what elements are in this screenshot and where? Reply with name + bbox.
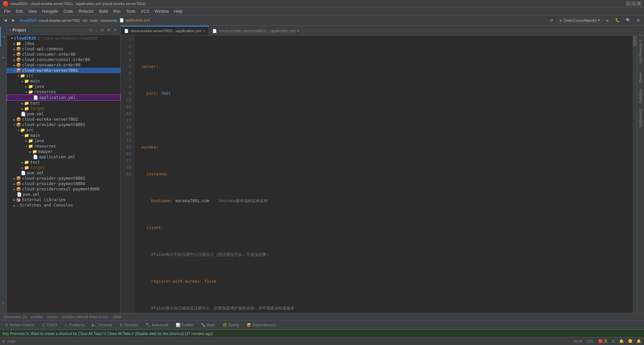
sidebar-project-tab[interactable]: P: [0, 27, 7, 47]
menu-refactor[interactable]: Refactor: [76, 8, 96, 14]
tree-root[interactable]: ▾ cloud2020 E:\idea-workspace\cloud2020: [7, 36, 120, 41]
menu-help[interactable]: Help: [171, 8, 185, 14]
settings-button[interactable]: ⚙: [635, 16, 642, 24]
bottom-tab-todo[interactable]: ☑ TODO: [38, 322, 60, 328]
title-bar-controls[interactable]: ─ □ ✕: [626, 1, 641, 6]
menu-run[interactable]: Run: [111, 8, 123, 14]
tree-item-test-8001[interactable]: ▶ 📁 test: [7, 160, 120, 165]
breadcrumb-main[interactable]: main: [90, 18, 98, 22]
back-button[interactable]: ◀: [2, 16, 9, 24]
tree-item-provider-payment8002[interactable]: ▶ 📦 cloud-provider-payment8002: [7, 176, 120, 181]
debug-button[interactable]: 🐛: [613, 16, 622, 24]
tree-item-pom-7001[interactable]: 📄 pom.xml: [7, 111, 120, 117]
menu-build[interactable]: Build: [96, 8, 111, 14]
breadcrumb-file[interactable]: 📄 application.yml: [119, 18, 150, 22]
bottom-tab-spring[interactable]: 🌿 Spring: [219, 322, 243, 328]
update-button[interactable]: ⟳: [548, 16, 555, 24]
profiler-label: Profiler: [182, 323, 194, 327]
editor-tab-appyml-8001[interactable]: 📄 cloud-provider-payment8001\...\applica…: [209, 26, 303, 35]
tree-item-src-8001[interactable]: ▾ 📁 src: [7, 127, 120, 133]
tree-item-target-7001[interactable]: ▶ 📁 target: [7, 106, 120, 111]
tree-item-pom-root[interactable]: 📄 pom.xml: [7, 192, 120, 197]
sidebar-structure-tab[interactable]: S: [0, 293, 7, 313]
minimize-button[interactable]: ─: [626, 1, 631, 6]
tree-item-java-7001[interactable]: ▶ 📁 java: [7, 84, 120, 89]
bottom-tab-version-control[interactable]: ⑆ Version Control: [2, 322, 38, 328]
menu-view[interactable]: View: [25, 8, 40, 14]
line-col-indicator[interactable]: 20:40: [573, 339, 583, 343]
bottom-tab-build[interactable]: 🔧 Build: [198, 322, 218, 328]
tab-more-button[interactable]: ⋮: [636, 31, 644, 35]
scrollbar[interactable]: [633, 36, 637, 313]
menu-edit[interactable]: Edit: [13, 8, 25, 14]
code-area[interactable]: server: port: 7001 eureka: instance: hos…: [139, 36, 633, 313]
project-collapse-button[interactable]: ⊟: [100, 27, 105, 33]
bottom-tab-problems[interactable]: ⚠ Problems: [61, 322, 88, 328]
right-sidebar-maven[interactable]: Maven: [637, 70, 644, 85]
tree-item-providerconsul-payment8006[interactable]: ▶ 📦 cloud-providerconsul-payment8006: [7, 186, 120, 192]
tree-item-src-7001[interactable]: ▾ 📁 src: [7, 73, 120, 78]
tree-item-appyml-7001[interactable]: 📄 application.yml: [7, 95, 120, 101]
bottom-tab-dependencies[interactable]: 📦 Dependencies: [243, 322, 279, 328]
close-button[interactable]: ✕: [637, 1, 641, 6]
breadcrumb-module[interactable]: cloud-eureka-server7001: [39, 18, 80, 22]
editor-tab-appyml-7001[interactable]: 📄 cloud-eureka-server7001\...\applicatio…: [121, 26, 209, 35]
sidebar-bookmark-tab[interactable]: B: [0, 48, 7, 68]
tree-item-appyml-8001[interactable]: 📄 application.yml: [7, 154, 120, 160]
forward-button[interactable]: ▶: [10, 16, 17, 24]
menu-file[interactable]: File: [1, 8, 13, 14]
tree-item-provider-payment8001[interactable]: ▾ 📦 cloud-provider-payment8001: [7, 122, 120, 127]
right-sidebar-database[interactable]: Database: [637, 86, 644, 106]
tree-item-main-7001[interactable]: ▾ 📁 main: [7, 78, 120, 84]
right-sidebar-key-promoter[interactable]: Key Promoter X: [637, 37, 644, 66]
breadcrumb-root[interactable]: cloud2020: [19, 18, 37, 22]
bottom-tab-auto-build[interactable]: 🔨 Auto-build: [142, 322, 172, 328]
tree-item-pom-8001[interactable]: 📄 pom.xml: [7, 170, 120, 176]
maximize-button[interactable]: □: [631, 1, 636, 6]
vcs-status[interactable]: main: [8, 339, 16, 343]
project-close-button[interactable]: ✕: [113, 27, 118, 33]
tree-item-target-8001[interactable]: ▶ 📁 target: [7, 165, 120, 170]
tree-item-resources-7001[interactable]: ▾ 📁 resources: [7, 89, 120, 95]
run-config-selector[interactable]: ▶ OrderConsulMain80 ▾: [557, 17, 602, 23]
tree-item-mapper-8001[interactable]: ▶ 📁 mapper: [7, 149, 120, 154]
tree-item-consumerconsul-order80[interactable]: ▶ 📦 cloud-consumerconsul-order80: [7, 57, 120, 62]
project-scope-button[interactable]: ⊙: [88, 27, 93, 33]
tree-item-ext-libs[interactable]: ▶ 📚 External Libraries: [7, 197, 120, 203]
notification-icon[interactable]: 🔔: [637, 339, 641, 343]
tree-item-scratches[interactable]: ▶ ✏️ Scratches and Consoles: [7, 203, 120, 208]
indent-indicator[interactable]: 汉: [611, 339, 615, 344]
tree-item-idea[interactable]: ▶ 📁 .idea: [7, 41, 120, 46]
right-sidebar-notifications[interactable]: Notifications: [637, 106, 644, 130]
menu-vcs[interactable]: VCS: [138, 8, 152, 14]
tree-item-main-8001[interactable]: ▾ 📁 main: [7, 133, 120, 138]
tree-item-test-7001[interactable]: ▶ 📁 test: [7, 101, 120, 106]
tree-item-resources-8001[interactable]: ▾ 📁 resources: [7, 143, 120, 149]
project-settings-button[interactable]: ⚙: [106, 27, 111, 33]
line-separator-indicator[interactable]: CRL: [587, 339, 594, 343]
tree-item-java-8001[interactable]: ▶ 📁 java: [7, 138, 120, 143]
bottom-tab-terminal[interactable]: ▶_ Terminal: [89, 322, 115, 328]
tree-item-eureka-server7002[interactable]: ▶ 📦 cloud-eureka-server7002: [7, 117, 120, 122]
tree-item-eureka-server7001[interactable]: ▾ 📦 cloud-eureka-server7001: [7, 68, 120, 73]
tab-close-2[interactable]: ✕: [297, 29, 300, 33]
tab-close-1[interactable]: ✕: [203, 29, 205, 33]
status-bc-doc: Document 1/1: [4, 315, 27, 319]
tree-item-consumerzk-order80[interactable]: ▶ 📦 cloud-consumerzk-order80: [7, 62, 120, 68]
spring-icon: 🌿: [222, 323, 227, 327]
menu-code[interactable]: Code: [61, 8, 76, 14]
menu-window[interactable]: Window: [152, 8, 172, 14]
encoding-indicator[interactable]: 🔴 英: [598, 339, 607, 344]
bottom-tab-profiler[interactable]: 📊 Profiler: [172, 322, 197, 328]
project-sort-button[interactable]: ↕: [95, 27, 99, 33]
tree-item-provider-payment8004[interactable]: ▶ 📦 cloud-provider-payment8004: [7, 181, 120, 186]
breadcrumb-src[interactable]: src: [83, 18, 88, 22]
search-everywhere-button[interactable]: 🔍: [624, 16, 633, 24]
tree-item-api-commons[interactable]: ▶ 📦 cloud-api-commons: [7, 46, 120, 52]
tree-item-consumer-order80[interactable]: ▶ 📦 cloud-consumer-order80: [7, 52, 120, 57]
menu-tools[interactable]: Tools: [123, 8, 138, 14]
run-button[interactable]: ▶: [604, 16, 611, 24]
menu-navigate[interactable]: Navigate: [40, 8, 61, 14]
breadcrumb-resources[interactable]: resources: [101, 18, 117, 22]
bottom-tab-services[interactable]: ⚙ Services: [116, 322, 142, 328]
